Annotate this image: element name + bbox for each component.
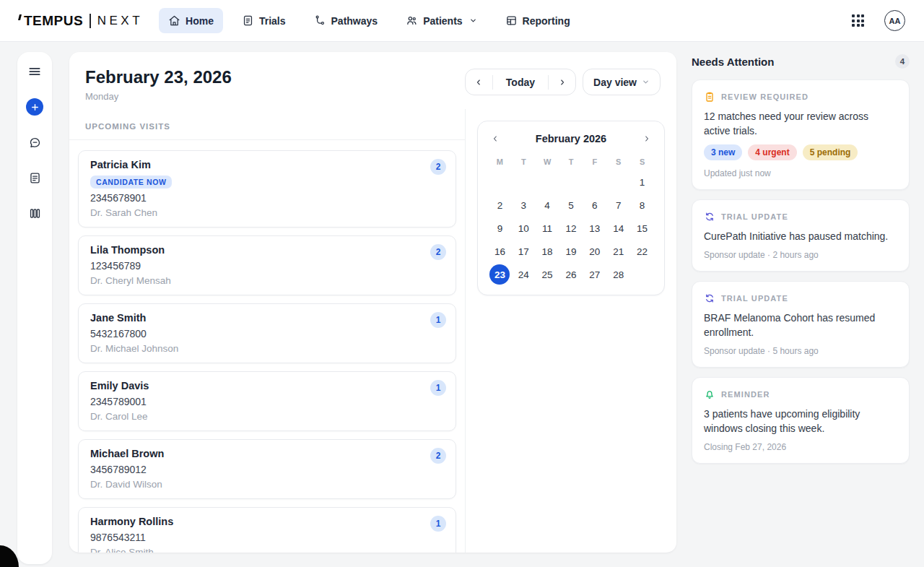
attention-card-type: TRIAL UPDATE xyxy=(721,212,788,221)
calendar-weekday: S xyxy=(630,156,654,168)
calendar-day[interactable]: 25 xyxy=(536,263,559,286)
attention-card-meta: Closing Feb 27, 2026 xyxy=(704,442,897,452)
calendar-day[interactable]: 16 xyxy=(488,240,512,263)
calendar-weekday: T xyxy=(559,156,583,168)
logo-primary-text: TEMPUS xyxy=(24,13,83,29)
nav-item-home[interactable]: Home xyxy=(159,8,223,33)
status-chip: 5 pending xyxy=(803,144,858,160)
patient-doctor: Dr. Carol Lee xyxy=(90,411,444,423)
patient-id: 2345678901 xyxy=(90,192,444,204)
calendar-next-button[interactable] xyxy=(640,131,654,146)
calendar-day[interactable] xyxy=(536,170,559,194)
date-subtitle: Monday xyxy=(85,90,232,103)
clipboard-icon xyxy=(704,91,715,103)
patient-doctor: Dr. Cheryl Mensah xyxy=(90,275,444,287)
calendar-day[interactable] xyxy=(583,170,606,194)
patient-name: Patricia Kim xyxy=(90,159,444,171)
visits-section-header: UPCOMING VISITS xyxy=(69,109,465,140)
calendar-day[interactable] xyxy=(512,170,536,194)
calendar-day[interactable] xyxy=(488,170,512,194)
patient-name: Lila Thompson xyxy=(90,244,444,256)
visit-card[interactable]: Harmony Rollins 9876543211 Dr. Alice Smi… xyxy=(78,507,456,553)
visit-card[interactable]: Lila Thompson 123456789 Dr. Cheryl Mensa… xyxy=(78,235,456,295)
logo-separator xyxy=(90,14,91,28)
attention-card[interactable]: REVIEW REQUIRED 12 matches need your rev… xyxy=(692,79,910,190)
calendar-column: February 2026 M T W T F xyxy=(466,109,676,553)
calendar-day[interactable]: 6 xyxy=(583,194,606,217)
view-selector[interactable]: Day view xyxy=(583,69,661,95)
calendar-day[interactable]: 9 xyxy=(488,217,512,240)
calendar-day[interactable]: 8 xyxy=(630,194,654,217)
nav-item-label: Pathways xyxy=(331,15,378,27)
visit-card[interactable]: Michael Brown 3456789012 Dr. David Wilso… xyxy=(78,439,456,499)
patient-id: 123456789 xyxy=(90,260,444,272)
nav-item-label: Patients xyxy=(423,15,462,27)
calendar-day[interactable]: 1 xyxy=(630,170,654,194)
notes-icon[interactable] xyxy=(26,169,43,186)
visit-card[interactable]: Patricia Kim CANDIDATE NOW 2345678901 Dr… xyxy=(78,150,456,228)
calendar-day[interactable]: 7 xyxy=(606,194,630,217)
attention-card[interactable]: TRIAL UPDATE CurePath Initiative has pau… xyxy=(692,199,910,272)
calendar-day[interactable]: 14 xyxy=(606,217,630,240)
calendar-day[interactable]: 15 xyxy=(630,217,654,240)
visits-list: Patricia Kim CANDIDATE NOW 2345678901 Dr… xyxy=(69,140,465,553)
calendar-day[interactable] xyxy=(630,263,654,286)
attention-card-header: TRIAL UPDATE xyxy=(704,211,897,222)
visit-card[interactable]: Jane Smith 5432167800 Dr. Michael Johnso… xyxy=(78,303,456,363)
calendar-header: February 2026 xyxy=(488,131,654,146)
upcoming-visits-column: UPCOMING VISITS Patricia Kim CANDIDATE N… xyxy=(69,109,466,553)
calendar-day[interactable]: 17 xyxy=(512,240,536,263)
visit-card[interactable]: Emily Davis 2345789001 Dr. Carol Lee 1 xyxy=(78,371,456,431)
tempus-next-logo[interactable]: TEMPUS NEXT xyxy=(19,13,143,29)
calendar-day[interactable]: 27 xyxy=(583,263,606,286)
apps-grid-icon[interactable] xyxy=(852,14,864,27)
calendar-day[interactable]: 4 xyxy=(536,194,559,217)
calendar-day[interactable]: 5 xyxy=(559,194,583,217)
attention-card-type: REMINDER xyxy=(721,390,770,399)
calendar-day[interactable]: 20 xyxy=(583,240,606,263)
dev-overlay-corner[interactable] xyxy=(0,545,19,567)
calendar-prev-button[interactable] xyxy=(488,131,502,146)
needs-attention-title: Needs Attention xyxy=(692,56,774,68)
calendar-day[interactable]: 28 xyxy=(606,263,630,286)
calendar-day[interactable]: 21 xyxy=(606,240,630,263)
calendar-day[interactable]: 26 xyxy=(559,263,583,286)
nav-item-patients[interactable]: Patients xyxy=(396,8,486,33)
calendar-month-title: February 2026 xyxy=(536,133,606,144)
status-chip: 3 new xyxy=(704,144,742,160)
top-navigation-bar: TEMPUS NEXT Home Trials Pathways xyxy=(0,0,924,42)
columns-icon[interactable] xyxy=(26,204,43,222)
calendar-day[interactable]: 2 xyxy=(488,194,512,217)
nav-item-trials[interactable]: Trials xyxy=(232,8,295,33)
calendar-day[interactable]: 23 xyxy=(488,263,512,286)
attention-card[interactable]: REMINDER 3 patients have upcoming eligib… xyxy=(692,377,910,464)
calendar-day[interactable]: 3 xyxy=(512,194,536,217)
calendar-day[interactable]: 18 xyxy=(536,240,559,263)
chat-icon[interactable] xyxy=(26,134,43,151)
calendar-weekday: W xyxy=(536,156,559,168)
add-icon[interactable] xyxy=(26,98,43,116)
calendar-day[interactable]: 22 xyxy=(630,240,654,263)
today-button[interactable]: Today xyxy=(493,77,548,88)
calendar-day[interactable]: 19 xyxy=(559,240,583,263)
nav-item-pathways[interactable]: Pathways xyxy=(305,8,388,33)
calendar-day[interactable] xyxy=(559,170,583,194)
logo-tick-mark xyxy=(18,14,22,20)
calendar-day[interactable]: 13 xyxy=(583,217,606,240)
nav-item-reporting[interactable]: Reporting xyxy=(496,8,580,33)
calendar-day[interactable]: 10 xyxy=(512,217,536,240)
visits-section-title: UPCOMING VISITS xyxy=(85,122,170,131)
calendar-day[interactable]: 11 xyxy=(536,217,559,240)
visit-count-badge: 2 xyxy=(430,159,446,175)
next-day-button[interactable] xyxy=(549,69,575,95)
calendar-day[interactable]: 24 xyxy=(512,263,536,286)
attention-card[interactable]: TRIAL UPDATE BRAF Melanoma Cohort has re… xyxy=(692,281,910,368)
patient-id: 3456789012 xyxy=(90,464,444,476)
calendar-day[interactable] xyxy=(606,170,630,194)
avatar[interactable]: AA xyxy=(884,10,905,31)
calendar-day[interactable]: 12 xyxy=(559,217,583,240)
needs-attention-header: Needs Attention 4 xyxy=(692,54,910,69)
prev-day-button[interactable] xyxy=(466,69,492,95)
menu-icon[interactable] xyxy=(26,63,43,80)
patient-id: 2345789001 xyxy=(90,396,444,408)
